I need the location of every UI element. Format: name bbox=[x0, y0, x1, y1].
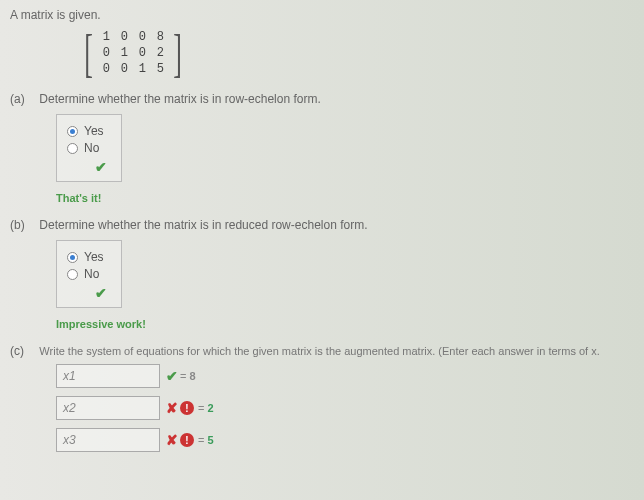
equation-row-3: x3 ✘ ! = 5 bbox=[56, 428, 634, 452]
equation-rhs: = 2 bbox=[198, 402, 214, 414]
m-cell: 1 bbox=[115, 46, 133, 62]
part-a-feedback: That's it! bbox=[56, 192, 634, 204]
radio-no[interactable]: No bbox=[67, 141, 111, 155]
radio-no[interactable]: No bbox=[67, 267, 111, 281]
radio-icon bbox=[67, 126, 78, 137]
part-a-label: (a) bbox=[10, 92, 36, 106]
radio-icon bbox=[67, 143, 78, 154]
equation-row-2: x2 ✘ ! = 2 bbox=[56, 396, 634, 420]
equals-sign: = bbox=[198, 434, 204, 446]
equation-input[interactable]: x1 bbox=[56, 364, 160, 388]
equation-rhs: = 5 bbox=[198, 434, 214, 446]
radio-label: Yes bbox=[84, 250, 104, 264]
part-b-prompt: Determine whether the matrix is in reduc… bbox=[39, 218, 367, 232]
radio-label: No bbox=[84, 141, 99, 155]
radio-yes[interactable]: Yes bbox=[67, 124, 111, 138]
part-c: (c) Write the system of equations for wh… bbox=[10, 344, 634, 452]
radio-yes[interactable]: Yes bbox=[67, 250, 111, 264]
part-c-prompt: Write the system of equations for which … bbox=[39, 345, 599, 357]
intro-text: A matrix is given. bbox=[10, 8, 634, 22]
part-a: (a) Determine whether the matrix is in r… bbox=[10, 92, 634, 204]
check-icon: ✔ bbox=[95, 159, 111, 175]
part-b-label: (b) bbox=[10, 218, 36, 232]
part-a-answer-box: Yes No ✔ bbox=[56, 114, 122, 182]
m-cell: 5 bbox=[151, 62, 169, 78]
m-cell: 1 bbox=[133, 62, 151, 78]
equation-input[interactable]: x3 bbox=[56, 428, 160, 452]
matrix: [ 1 0 0 8 0 1 0 2 0 0 1 5 ] bbox=[80, 30, 634, 78]
radio-label: No bbox=[84, 267, 99, 281]
equation-row-1: x1 ✔ = 8 bbox=[56, 364, 634, 388]
warning-icon: ! bbox=[180, 401, 194, 415]
rhs-value: 5 bbox=[208, 434, 214, 446]
equation-input[interactable]: x2 bbox=[56, 396, 160, 420]
part-a-prompt: Determine whether the matrix is in row-e… bbox=[39, 92, 320, 106]
warning-icon: ! bbox=[180, 433, 194, 447]
part-b-feedback: Impressive work! bbox=[56, 318, 634, 330]
m-cell: 0 bbox=[115, 62, 133, 78]
part-c-label: (c) bbox=[10, 344, 36, 358]
equals-sign: = bbox=[180, 370, 186, 382]
part-b: (b) Determine whether the matrix is in r… bbox=[10, 218, 634, 330]
rhs-value: 2 bbox=[208, 402, 214, 414]
m-cell: 0 bbox=[133, 46, 151, 62]
radio-icon bbox=[67, 252, 78, 263]
m-cell: 8 bbox=[151, 30, 169, 46]
equation-rhs: = 8 bbox=[180, 370, 196, 382]
equals-sign: = bbox=[198, 402, 204, 414]
bracket-right: ] bbox=[174, 31, 183, 78]
x-icon: ✘ bbox=[166, 432, 178, 448]
matrix-cells: 1 0 0 8 0 1 0 2 0 0 1 5 bbox=[97, 30, 169, 78]
part-b-answer-box: Yes No ✔ bbox=[56, 240, 122, 308]
x-icon: ✘ bbox=[166, 400, 178, 416]
m-cell: 0 bbox=[97, 46, 115, 62]
bracket-left: [ bbox=[84, 31, 93, 78]
radio-icon bbox=[67, 269, 78, 280]
rhs-value: 8 bbox=[190, 370, 196, 382]
check-icon: ✔ bbox=[95, 285, 111, 301]
radio-label: Yes bbox=[84, 124, 104, 138]
m-cell: 1 bbox=[97, 30, 115, 46]
m-cell: 2 bbox=[151, 46, 169, 62]
check-icon: ✔ bbox=[166, 368, 178, 384]
m-cell: 0 bbox=[133, 30, 151, 46]
m-cell: 0 bbox=[97, 62, 115, 78]
m-cell: 0 bbox=[115, 30, 133, 46]
